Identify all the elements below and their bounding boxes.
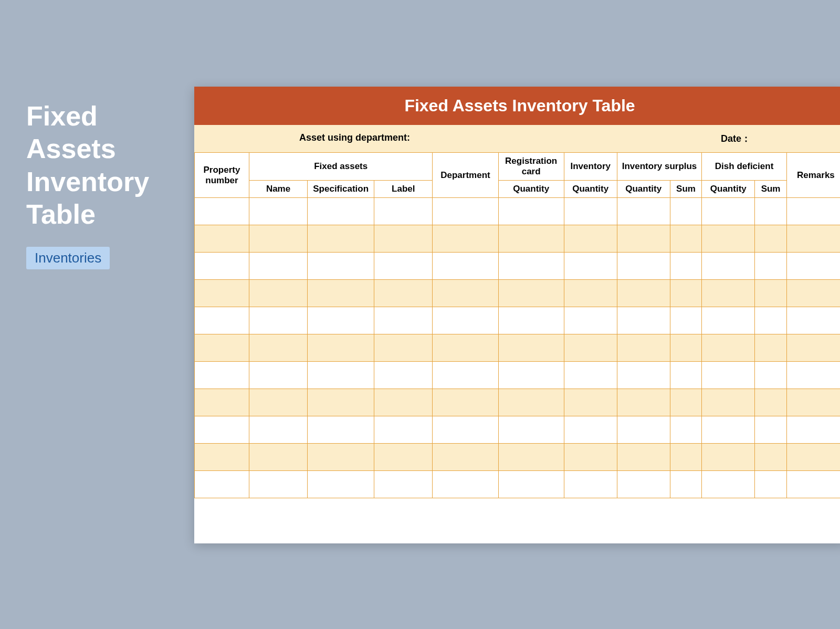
table-cell[interactable] — [374, 253, 433, 280]
table-row[interactable] — [195, 334, 841, 362]
table-cell[interactable] — [617, 416, 670, 444]
table-row[interactable] — [195, 389, 841, 416]
table-cell[interactable] — [195, 253, 249, 280]
table-cell[interactable] — [249, 471, 308, 498]
table-cell[interactable] — [433, 362, 498, 389]
table-cell[interactable] — [374, 471, 433, 498]
table-cell[interactable] — [498, 416, 564, 444]
table-cell[interactable] — [433, 280, 498, 307]
table-cell[interactable] — [374, 362, 433, 389]
table-cell[interactable] — [755, 225, 787, 253]
table-cell[interactable] — [564, 389, 617, 416]
table-cell[interactable] — [564, 225, 617, 253]
table-cell[interactable] — [786, 389, 840, 416]
table-cell[interactable] — [195, 334, 249, 362]
table-cell[interactable] — [670, 362, 702, 389]
table-cell[interactable] — [670, 471, 702, 498]
table-cell[interactable] — [308, 471, 374, 498]
table-cell[interactable] — [564, 362, 617, 389]
table-cell[interactable] — [786, 471, 840, 498]
table-cell[interactable] — [702, 280, 755, 307]
table-cell[interactable] — [702, 416, 755, 444]
table-cell[interactable] — [617, 307, 670, 334]
table-cell[interactable] — [702, 225, 755, 253]
sidebar-tag[interactable]: Inventories — [26, 247, 110, 269]
table-cell[interactable] — [670, 334, 702, 362]
table-cell[interactable] — [702, 253, 755, 280]
table-cell[interactable] — [702, 389, 755, 416]
table-cell[interactable] — [195, 280, 249, 307]
table-cell[interactable] — [564, 416, 617, 444]
table-row[interactable] — [195, 362, 841, 389]
table-cell[interactable] — [249, 198, 308, 225]
table-cell[interactable] — [433, 225, 498, 253]
table-cell[interactable] — [564, 198, 617, 225]
table-cell[interactable] — [195, 389, 249, 416]
table-cell[interactable] — [498, 444, 564, 471]
table-cell[interactable] — [374, 225, 433, 253]
table-cell[interactable] — [195, 444, 249, 471]
table-row[interactable] — [195, 280, 841, 307]
table-cell[interactable] — [249, 389, 308, 416]
table-cell[interactable] — [617, 389, 670, 416]
table-cell[interactable] — [374, 280, 433, 307]
table-cell[interactable] — [498, 198, 564, 225]
table-cell[interactable] — [433, 253, 498, 280]
table-cell[interactable] — [249, 225, 308, 253]
table-cell[interactable] — [755, 471, 787, 498]
table-cell[interactable] — [617, 444, 670, 471]
table-cell[interactable] — [564, 444, 617, 471]
table-cell[interactable] — [755, 307, 787, 334]
table-cell[interactable] — [564, 280, 617, 307]
table-cell[interactable] — [249, 280, 308, 307]
table-row[interactable] — [195, 416, 841, 444]
table-cell[interactable] — [308, 225, 374, 253]
table-cell[interactable] — [498, 362, 564, 389]
table-cell[interactable] — [308, 416, 374, 444]
table-cell[interactable] — [374, 444, 433, 471]
table-cell[interactable] — [670, 198, 702, 225]
table-cell[interactable] — [308, 362, 374, 389]
table-cell[interactable] — [249, 307, 308, 334]
table-cell[interactable] — [195, 471, 249, 498]
table-cell[interactable] — [374, 334, 433, 362]
table-cell[interactable] — [564, 307, 617, 334]
table-cell[interactable] — [433, 416, 498, 444]
table-row[interactable] — [195, 198, 841, 225]
table-cell[interactable] — [755, 444, 787, 471]
table-cell[interactable] — [433, 307, 498, 334]
table-cell[interactable] — [702, 334, 755, 362]
table-cell[interactable] — [308, 307, 374, 334]
table-cell[interactable] — [374, 416, 433, 444]
table-cell[interactable] — [702, 444, 755, 471]
table-row[interactable] — [195, 307, 841, 334]
table-cell[interactable] — [564, 471, 617, 498]
table-cell[interactable] — [308, 198, 374, 225]
table-cell[interactable] — [617, 198, 670, 225]
table-cell[interactable] — [702, 471, 755, 498]
table-cell[interactable] — [617, 253, 670, 280]
table-cell[interactable] — [249, 334, 308, 362]
table-cell[interactable] — [786, 307, 840, 334]
table-cell[interactable] — [755, 253, 787, 280]
table-cell[interactable] — [498, 280, 564, 307]
table-cell[interactable] — [308, 334, 374, 362]
table-cell[interactable] — [498, 471, 564, 498]
table-cell[interactable] — [786, 416, 840, 444]
table-cell[interactable] — [702, 307, 755, 334]
table-cell[interactable] — [786, 253, 840, 280]
table-cell[interactable] — [786, 225, 840, 253]
table-cell[interactable] — [755, 389, 787, 416]
table-cell[interactable] — [249, 253, 308, 280]
table-cell[interactable] — [498, 307, 564, 334]
table-cell[interactable] — [755, 334, 787, 362]
table-cell[interactable] — [308, 280, 374, 307]
table-cell[interactable] — [498, 334, 564, 362]
table-cell[interactable] — [786, 198, 840, 225]
table-cell[interactable] — [617, 280, 670, 307]
table-row[interactable] — [195, 253, 841, 280]
table-cell[interactable] — [786, 334, 840, 362]
table-cell[interactable] — [249, 444, 308, 471]
table-cell[interactable] — [498, 225, 564, 253]
table-cell[interactable] — [670, 307, 702, 334]
